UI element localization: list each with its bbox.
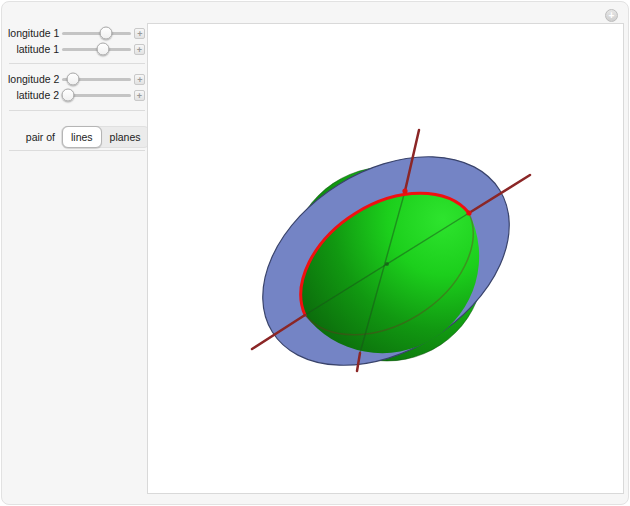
longitude-2-label: longitude 2 [8, 73, 59, 85]
slider-thumb[interactable] [62, 89, 75, 102]
divider [9, 110, 145, 111]
latitude-1-label: latitude 1 [8, 43, 59, 55]
stepper-expand-icon[interactable]: + [134, 44, 145, 55]
longitude-1-slider[interactable] [62, 25, 131, 41]
slider-row-latitude-1: latitude 1 + [8, 41, 146, 57]
slider-track[interactable] [62, 32, 131, 35]
slider-row-longitude-2: longitude 2 + [8, 71, 146, 87]
stepper-expand-icon[interactable]: + [134, 90, 145, 101]
sphere-center-dot [385, 262, 389, 266]
point-2-marker [402, 188, 407, 193]
graphics-panel [147, 23, 624, 494]
slider-row-latitude-2: latitude 2 + [8, 87, 146, 103]
pair-of-option-lines[interactable]: lines [62, 126, 102, 148]
pair-of-toggle: lines planes [61, 126, 150, 148]
latitude-1-slider[interactable] [62, 41, 131, 57]
divider [9, 150, 145, 151]
point-1-marker [466, 210, 471, 215]
slider-thumb[interactable] [99, 27, 112, 40]
plus-icon: + [609, 10, 615, 21]
demonstration-window: longitude 1 + latitude 1 + longitude 2 +… [1, 1, 629, 505]
stepper-expand-icon[interactable]: + [134, 74, 145, 85]
slider-row-longitude-1: longitude 1 + [8, 25, 146, 41]
divider [9, 63, 145, 64]
stepper-expand-icon[interactable]: + [134, 28, 145, 39]
slider-thumb[interactable] [96, 43, 109, 56]
expand-controls-button[interactable]: + [605, 9, 618, 22]
pair-of-row: pair of lines planes [8, 124, 150, 149]
longitude-2-slider[interactable] [62, 71, 131, 87]
latitude-2-slider[interactable] [62, 87, 131, 103]
3d-view[interactable] [148, 24, 623, 493]
latitude-2-label: latitude 2 [8, 89, 59, 101]
longitude-1-label: longitude 1 [8, 27, 59, 39]
slider-thumb[interactable] [66, 73, 79, 86]
pair-of-option-planes[interactable]: planes [102, 126, 149, 148]
pair-of-label: pair of [8, 131, 55, 143]
